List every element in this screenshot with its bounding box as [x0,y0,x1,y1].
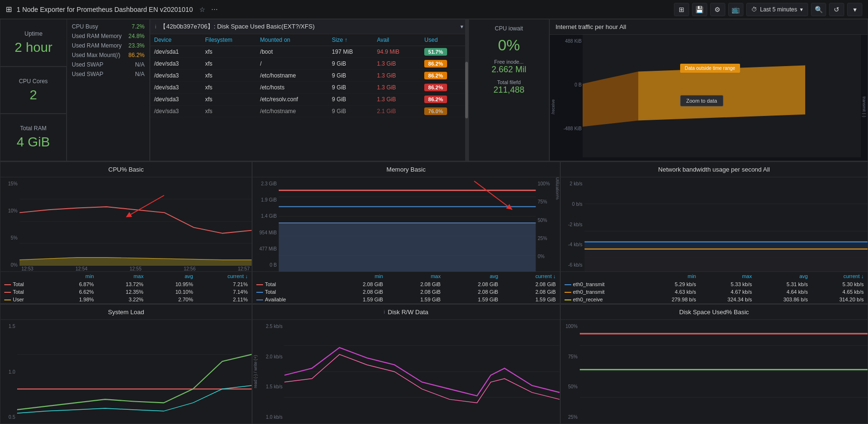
star-icon[interactable]: ☆ [199,6,205,13]
uptime-label: Uptime [24,30,42,37]
svg-marker-18 [279,223,536,271]
save-button[interactable]: 💾 [692,3,707,16]
used-mount-value: 86.2% [128,52,145,58]
legend-col-current[interactable]: current ↓ [197,272,252,280]
uptime-value: 2 hour [15,40,52,55]
utilization-label: Utilization% [555,177,560,271]
cpu-busy-row-1: CPU Busy 7.2% [72,23,145,30]
main-content: Uptime 2 hour CPU Cores 2 Total RAM 4 Gi… [0,19,868,424]
total-filefd-value: 211,488 [493,85,524,95]
rw-side-label: read (-) / write (+) [253,355,258,388]
legend-col-avg[interactable]: avg [147,272,197,280]
used-ram-value-1: 24.8% [128,33,145,39]
topbar: ⊞ 1 Node Exporter for Prometheus Dashboa… [0,0,868,19]
cpu-busy-row-2: Used RAM Memory 24.8% [72,33,145,39]
col-used[interactable]: Used [420,34,468,46]
size-cell: 197 MiB [328,46,373,58]
dropdown-icon[interactable]: ▾ [460,23,463,30]
y-label-neg488kib: -488 KiB [564,126,582,131]
disk-rw-info-icon: i [384,309,385,315]
used-ram-label-1: Used RAM Memory [72,33,122,39]
svg-marker-27 [585,249,868,271]
free-inode-value: 2.662 Mil [491,65,526,75]
list-item: Total 6.87%13.72%10.95%7.21% [0,280,252,288]
used-ram-value-2: 23.3% [128,42,145,49]
cpu-cores-value: 2 [29,87,37,103]
total-ram-label: Total RAM [20,125,46,132]
col-device[interactable]: Device [150,34,201,46]
table-row: /dev/sda3xfs/etc/hostname9 GiB 1.3 GiB 8… [150,70,468,82]
used-ram-label-2: Used RAM Memory [72,42,122,49]
network-chart-title: Network bandwidth usage per second All [561,162,868,177]
zoom-to-data-button[interactable]: Zoom to data [680,95,723,106]
network-legend-table: min max avg current ↓ eth0_transmit 5.29… [561,272,868,303]
cpu-busy-label: CPU Busy [72,23,98,30]
disk-space-panel: Disk Space Used% Basic 100%75%50%25% [560,304,868,424]
cpu-chart-panel: CPU% Basic 15%10%5%0% [0,162,252,304]
more-button[interactable]: ▾ [847,3,862,16]
disk-space-title: Disk Space Used% Basic [561,305,868,320]
list-item: Available 1.59 GiB1.59 GiB1.59 GiB1.59 G… [253,296,560,303]
tv-button[interactable]: 📺 [728,3,743,16]
list-item: Total 2.08 GiB2.08 GiB2.08 GiB2.08 GiB [253,288,560,296]
iowait-panel: CPU iowait 0% Free inode... 2.662 Mil To… [468,19,549,161]
col-mounted[interactable]: Mounted on [256,34,328,46]
uptime-panel: Uptime 2 hour [0,19,67,67]
fs-cell: xfs [201,46,256,58]
network-chart-panel: Network bandwidth usage per second All 2… [560,162,868,304]
internet-panel-header: Internet traffic per hour All [550,19,868,35]
memory-chart-panel: Memory Basic 2.3 GiB1.9 GiB1.4 GiB954 Mi… [252,162,560,304]
cpu-cores-panel: CPU Cores 2 [0,67,67,114]
scrollbar[interactable] [465,19,468,161]
internet-panel-title: Internet traffic per hour All [556,23,626,30]
data-outside-badge: Data outside time range [680,64,740,73]
svg-rect-29 [17,320,252,424]
legend-col-name[interactable] [0,272,54,280]
internet-panel: Internet traffic per hour All /receive 4… [549,19,868,161]
table-row: /dev/sda3xfs/etc/hostname9 GiB 2.1 GiB 7… [150,106,468,117]
left-stats: Uptime 2 hour CPU Cores 2 Total RAM 4 Gi… [0,19,67,161]
list-item: User 1.98%3.22%2.70%2.11% [0,296,252,303]
table-row: /dev/sda3xfs/etc/resolv.conf9 GiB 1.3 Gi… [150,94,468,106]
used-swap-label-1: Used SWAP [72,61,103,68]
cpu-busy-row-6: Used SWAP N/A [72,71,145,77]
time-range-label: Last 5 minutes [760,6,797,13]
memory-chart-title: Memory Basic [253,162,560,177]
settings-button[interactable]: ⚙ [710,3,725,16]
list-item: Total 6.62%12.35%10.10%7.14% [0,288,252,296]
cpu-busy-value: 7.2% [132,23,145,30]
bottom-row: System Load 1.51.00.5 [0,304,868,424]
free-inode-section: Free inode... 2.662 Mil [491,59,526,75]
total-ram-panel: Total RAM 4 GiB [0,114,67,161]
used-swap-label-2: Used SWAP [72,71,103,77]
time-range-button[interactable]: ⏱ Last 5 minutes ▾ [746,3,808,16]
system-load-panel: System Load 1.51.00.5 [0,304,252,424]
col-avail[interactable]: Avail [373,34,420,46]
cpu-busy-row-3: Used RAM Memory 23.3% [72,42,145,49]
list-item: eth0_transmit 5.29 kb/s5.33 kb/s5.31 kb/… [561,280,868,288]
share-icon[interactable]: ⋯ [211,6,218,13]
cpu-cores-label: CPU Cores [19,78,48,85]
legend-col-min[interactable]: min [54,272,98,280]
y-label-488kib: 488 KiB [565,39,582,44]
col-filesystem[interactable]: Filesystem [201,34,256,46]
table-row: /dev/sda1 xfs /boot 197 MiB 94.9 MiB 51.… [150,46,468,58]
table-row: /dev/sda3xfs/9 GiB 1.3 GiB 86.2% [150,58,468,70]
dashboard-title: 1 Node Exporter for Prometheus Dashboard… [17,6,193,13]
disk-table: Device Filesystem Mounted on Size ↑ Avai… [150,34,468,117]
cpu-chart-title: CPU% Basic [0,162,252,177]
device-cell: /dev/sda1 [150,46,201,58]
search-button[interactable]: 🔍 [811,3,826,16]
cpu-legend-table: min max avg current ↓ Total 6.87%13.72%1… [0,272,252,303]
used-swap-value-2: N/A [135,71,145,77]
memory-legend-table: min max avg current ↓ Total 2.08 GiB2.08… [253,272,560,303]
col-size[interactable]: Size ↑ [328,34,373,46]
clock-icon: ⏱ [751,6,757,13]
iowait-title: CPU iowait [495,25,523,32]
add-panel-button[interactable]: ⊞ [674,3,689,16]
legend-col-max[interactable]: max [98,272,147,280]
internet-chart-area: /receive 488 KiB 0 B -488 KiB -977 KiB [550,35,868,161]
disk-rw-title: i Disk R/W Data [253,305,560,320]
disk-panel-title: 【42b0b397e706】: Disk Space Used Basic(EX… [160,22,314,31]
refresh-button[interactable]: ↺ [829,3,844,16]
